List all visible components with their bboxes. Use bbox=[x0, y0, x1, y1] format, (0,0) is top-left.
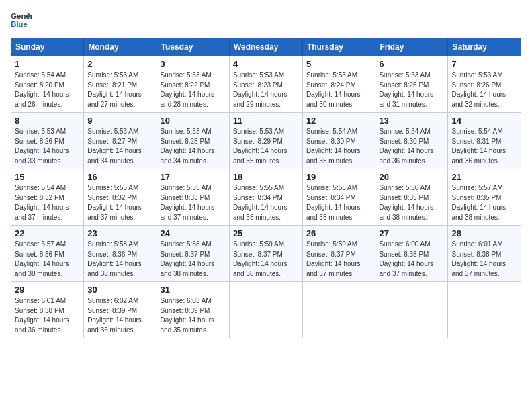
calendar-cell bbox=[375, 282, 448, 338]
day-info: Sunrise: 6:02 AM Sunset: 8:39 PM Dayligh… bbox=[87, 296, 152, 335]
day-info: Sunrise: 6:01 AM Sunset: 8:38 PM Dayligh… bbox=[451, 240, 517, 279]
day-info: Sunrise: 5:53 AM Sunset: 8:29 PM Dayligh… bbox=[233, 127, 299, 166]
column-header-wednesday: Wednesday bbox=[229, 38, 302, 56]
calendar-cell: 30 Sunrise: 6:02 AM Sunset: 8:39 PM Dayl… bbox=[84, 282, 157, 338]
calendar-cell: 23 Sunrise: 5:58 AM Sunset: 8:36 PM Dayl… bbox=[84, 226, 157, 282]
calendar-week-row: 22 Sunrise: 5:57 AM Sunset: 8:36 PM Dayl… bbox=[11, 226, 521, 282]
day-number: 31 bbox=[161, 285, 226, 295]
day-info: Sunrise: 5:59 AM Sunset: 8:37 PM Dayligh… bbox=[233, 240, 299, 279]
day-info: Sunrise: 5:58 AM Sunset: 8:36 PM Dayligh… bbox=[87, 240, 152, 279]
calendar-cell: 5 Sunrise: 5:53 AM Sunset: 8:24 PM Dayli… bbox=[302, 56, 375, 113]
day-info: Sunrise: 5:53 AM Sunset: 8:28 PM Dayligh… bbox=[161, 127, 226, 166]
calendar-cell: 29 Sunrise: 6:01 AM Sunset: 8:38 PM Dayl… bbox=[11, 282, 84, 338]
calendar-cell: 1 Sunrise: 5:54 AM Sunset: 8:20 PM Dayli… bbox=[11, 56, 84, 113]
calendar-cell: 28 Sunrise: 6:01 AM Sunset: 8:38 PM Dayl… bbox=[448, 226, 521, 282]
calendar-cell: 26 Sunrise: 5:59 AM Sunset: 8:37 PM Dayl… bbox=[302, 226, 375, 282]
day-number: 18 bbox=[233, 172, 299, 182]
day-info: Sunrise: 6:01 AM Sunset: 8:38 PM Dayligh… bbox=[15, 296, 80, 335]
day-number: 6 bbox=[379, 59, 444, 69]
calendar-cell: 31 Sunrise: 6:03 AM Sunset: 8:39 PM Dayl… bbox=[157, 282, 229, 338]
day-info: Sunrise: 5:57 AM Sunset: 8:36 PM Dayligh… bbox=[15, 240, 80, 279]
day-number: 10 bbox=[161, 116, 226, 126]
logo: General Blue bbox=[11, 11, 32, 30]
day-number: 26 bbox=[306, 228, 372, 238]
calendar-week-row: 8 Sunrise: 5:53 AM Sunset: 8:26 PM Dayli… bbox=[11, 113, 521, 169]
calendar-cell: 24 Sunrise: 5:58 AM Sunset: 8:37 PM Dayl… bbox=[157, 226, 229, 282]
day-number: 8 bbox=[15, 116, 80, 126]
calendar-week-row: 1 Sunrise: 5:54 AM Sunset: 8:20 PM Dayli… bbox=[11, 56, 521, 113]
calendar-cell: 20 Sunrise: 5:56 AM Sunset: 8:35 PM Dayl… bbox=[375, 169, 448, 226]
day-number: 11 bbox=[233, 116, 299, 126]
column-header-saturday: Saturday bbox=[448, 38, 521, 56]
calendar-cell: 13 Sunrise: 5:54 AM Sunset: 8:30 PM Dayl… bbox=[375, 113, 448, 169]
calendar-cell: 27 Sunrise: 6:00 AM Sunset: 8:38 PM Dayl… bbox=[375, 226, 448, 282]
day-info: Sunrise: 5:54 AM Sunset: 8:30 PM Dayligh… bbox=[306, 127, 372, 166]
day-number: 20 bbox=[379, 172, 444, 182]
calendar-cell: 10 Sunrise: 5:53 AM Sunset: 8:28 PM Dayl… bbox=[157, 113, 229, 169]
day-info: Sunrise: 5:55 AM Sunset: 8:32 PM Dayligh… bbox=[87, 183, 152, 222]
page-header: General Blue bbox=[11, 11, 521, 30]
calendar-cell bbox=[229, 282, 302, 338]
day-info: Sunrise: 5:53 AM Sunset: 8:22 PM Dayligh… bbox=[161, 71, 226, 109]
day-info: Sunrise: 5:53 AM Sunset: 8:25 PM Dayligh… bbox=[379, 71, 444, 109]
calendar-cell: 7 Sunrise: 5:53 AM Sunset: 8:26 PM Dayli… bbox=[448, 56, 521, 113]
calendar-cell: 9 Sunrise: 5:53 AM Sunset: 8:27 PM Dayli… bbox=[84, 113, 157, 169]
calendar-cell: 11 Sunrise: 5:53 AM Sunset: 8:29 PM Dayl… bbox=[229, 113, 302, 169]
day-number: 27 bbox=[379, 228, 444, 238]
day-info: Sunrise: 5:53 AM Sunset: 8:26 PM Dayligh… bbox=[15, 127, 80, 166]
calendar-cell: 12 Sunrise: 5:54 AM Sunset: 8:30 PM Dayl… bbox=[302, 113, 375, 169]
day-number: 12 bbox=[306, 116, 372, 126]
day-number: 1 bbox=[15, 59, 80, 69]
column-header-sunday: Sunday bbox=[11, 38, 84, 56]
calendar-cell: 8 Sunrise: 5:53 AM Sunset: 8:26 PM Dayli… bbox=[11, 113, 84, 169]
day-number: 16 bbox=[87, 172, 152, 182]
day-info: Sunrise: 5:57 AM Sunset: 8:35 PM Dayligh… bbox=[451, 183, 517, 222]
day-number: 25 bbox=[233, 228, 299, 238]
calendar-cell: 21 Sunrise: 5:57 AM Sunset: 8:35 PM Dayl… bbox=[448, 169, 521, 226]
logo-icon: General Blue bbox=[11, 11, 32, 30]
day-info: Sunrise: 5:54 AM Sunset: 8:32 PM Dayligh… bbox=[15, 183, 80, 222]
calendar-cell: 22 Sunrise: 5:57 AM Sunset: 8:36 PM Dayl… bbox=[11, 226, 84, 282]
calendar-cell bbox=[448, 282, 521, 338]
calendar-week-row: 15 Sunrise: 5:54 AM Sunset: 8:32 PM Dayl… bbox=[11, 169, 521, 226]
calendar-cell: 17 Sunrise: 5:55 AM Sunset: 8:33 PM Dayl… bbox=[157, 169, 229, 226]
day-info: Sunrise: 5:53 AM Sunset: 8:26 PM Dayligh… bbox=[451, 71, 517, 109]
day-info: Sunrise: 5:53 AM Sunset: 8:24 PM Dayligh… bbox=[306, 71, 372, 109]
calendar-table: SundayMondayTuesdayWednesdayThursdayFrid… bbox=[11, 38, 521, 338]
day-number: 5 bbox=[306, 59, 372, 69]
calendar-cell: 19 Sunrise: 5:56 AM Sunset: 8:34 PM Dayl… bbox=[302, 169, 375, 226]
day-info: Sunrise: 5:55 AM Sunset: 8:34 PM Dayligh… bbox=[233, 183, 299, 222]
day-info: Sunrise: 5:53 AM Sunset: 8:23 PM Dayligh… bbox=[233, 71, 299, 109]
svg-text:Blue: Blue bbox=[11, 20, 28, 28]
day-info: Sunrise: 5:54 AM Sunset: 8:20 PM Dayligh… bbox=[15, 71, 80, 109]
day-number: 30 bbox=[87, 285, 152, 295]
calendar-week-row: 29 Sunrise: 6:01 AM Sunset: 8:38 PM Dayl… bbox=[11, 282, 521, 338]
calendar-cell: 2 Sunrise: 5:53 AM Sunset: 8:21 PM Dayli… bbox=[84, 56, 157, 113]
day-info: Sunrise: 5:58 AM Sunset: 8:37 PM Dayligh… bbox=[161, 240, 226, 279]
day-info: Sunrise: 5:53 AM Sunset: 8:21 PM Dayligh… bbox=[87, 71, 152, 109]
calendar-cell: 18 Sunrise: 5:55 AM Sunset: 8:34 PM Dayl… bbox=[229, 169, 302, 226]
day-info: Sunrise: 5:56 AM Sunset: 8:34 PM Dayligh… bbox=[306, 183, 372, 222]
calendar-cell: 4 Sunrise: 5:53 AM Sunset: 8:23 PM Dayli… bbox=[229, 56, 302, 113]
day-number: 21 bbox=[451, 172, 517, 182]
day-number: 7 bbox=[451, 59, 517, 69]
day-info: Sunrise: 5:54 AM Sunset: 8:30 PM Dayligh… bbox=[379, 127, 444, 166]
calendar-cell bbox=[302, 282, 375, 338]
calendar-cell: 25 Sunrise: 5:59 AM Sunset: 8:37 PM Dayl… bbox=[229, 226, 302, 282]
calendar-cell: 16 Sunrise: 5:55 AM Sunset: 8:32 PM Dayl… bbox=[84, 169, 157, 226]
day-info: Sunrise: 6:03 AM Sunset: 8:39 PM Dayligh… bbox=[161, 296, 226, 335]
column-header-thursday: Thursday bbox=[302, 38, 375, 56]
day-number: 17 bbox=[161, 172, 226, 182]
day-info: Sunrise: 5:53 AM Sunset: 8:27 PM Dayligh… bbox=[87, 127, 152, 166]
calendar-cell: 15 Sunrise: 5:54 AM Sunset: 8:32 PM Dayl… bbox=[11, 169, 84, 226]
calendar-header-row: SundayMondayTuesdayWednesdayThursdayFrid… bbox=[11, 38, 521, 56]
day-number: 22 bbox=[15, 228, 80, 238]
day-info: Sunrise: 6:00 AM Sunset: 8:38 PM Dayligh… bbox=[379, 240, 444, 279]
day-info: Sunrise: 5:55 AM Sunset: 8:33 PM Dayligh… bbox=[161, 183, 226, 222]
day-info: Sunrise: 5:56 AM Sunset: 8:35 PM Dayligh… bbox=[379, 183, 444, 222]
calendar-cell: 3 Sunrise: 5:53 AM Sunset: 8:22 PM Dayli… bbox=[157, 56, 229, 113]
day-number: 24 bbox=[161, 228, 226, 238]
day-number: 28 bbox=[451, 228, 517, 238]
day-number: 19 bbox=[306, 172, 372, 182]
column-header-monday: Monday bbox=[84, 38, 157, 56]
